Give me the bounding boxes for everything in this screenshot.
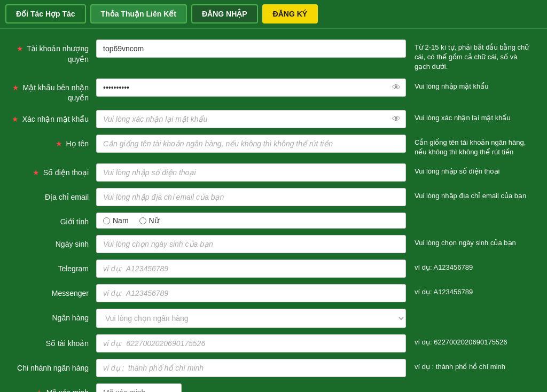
nav-agreement-button[interactable]: Thỏa Thuận Liên Kết	[90, 4, 187, 23]
phone-input-wrap	[96, 163, 406, 182]
confirm-password-hint: Vui lòng xác nhận lại mật khẩu	[406, 110, 534, 123]
password-eye-icon[interactable]: 👁	[392, 83, 401, 92]
bank-select-wrap: Vui lòng chọn ngân hàng Vietcombank Tech…	[96, 309, 406, 328]
required-star-captcha: ★	[36, 388, 43, 392]
email-label: Địa chỉ email	[11, 188, 96, 203]
telegram-input-wrap	[96, 260, 406, 278]
account-number-row: Số tài khoản ví dụ: 6227002020690175526	[11, 334, 536, 352]
password-hint: Vui lòng nhập mật khẩu	[406, 79, 534, 91]
fullname-hint: Cần giống tên tài khoản ngân hàng, nếu k…	[406, 135, 534, 157]
bank-row: Ngân hàng Vui lòng chọn ngân hàng Vietco…	[11, 309, 536, 328]
dob-input[interactable]	[96, 235, 406, 253]
password-row: ★ Mật khẩu bên nhận quyền 👁 Vui lòng nhậ…	[11, 79, 536, 104]
account-number-hint: ví dụ: 6227002020690175526	[406, 334, 534, 347]
telegram-label: Telegram	[11, 260, 96, 275]
messenger-input-wrap	[96, 284, 406, 302]
gender-options: Nam Nữ	[96, 213, 406, 229]
password-input-wrap: 👁	[96, 79, 406, 97]
gender-label: Giới tính	[11, 213, 96, 228]
messenger-input[interactable]	[96, 284, 406, 302]
dob-label: Ngày sinh	[11, 235, 96, 250]
bank-hint	[406, 309, 534, 312]
password-input[interactable]	[96, 79, 406, 97]
gender-male-radio[interactable]	[103, 217, 110, 224]
email-input[interactable]	[96, 188, 406, 206]
dob-hint: Vui lòng chọn ngày sinh của bạn	[406, 235, 534, 248]
email-hint: Vui lòng nhập địa chỉ email của bạn	[406, 188, 534, 201]
phone-input[interactable]	[96, 163, 406, 182]
confirm-password-label: ★ Xác nhận mật khẩu	[11, 110, 96, 125]
username-hint: Từ 2-15 kí tự, phải bắt đầu bằng chữ cái…	[406, 40, 534, 72]
telegram-input[interactable]	[96, 260, 406, 278]
account-number-input-wrap	[96, 334, 406, 352]
telegram-row: Telegram ví dụ: A123456789	[11, 260, 536, 278]
bank-branch-row: Chi nhánh ngân hàng ví dụ : thành phố hồ…	[11, 359, 536, 377]
password-label: ★ Mật khẩu bên nhận quyền	[11, 79, 96, 104]
fullname-label: ★ Họ tên	[11, 135, 96, 150]
bank-select[interactable]: Vui lòng chọn ngân hàng Vietcombank Tech…	[96, 309, 406, 328]
account-number-input[interactable]	[96, 334, 406, 352]
messenger-hint: ví dụ: A123456789	[406, 284, 534, 297]
fullname-row: ★ Họ tên Cần giống tên tài khoản ngân hà…	[11, 135, 536, 157]
telegram-hint: ví dụ: A123456789	[406, 260, 534, 272]
required-star-fullname: ★	[56, 139, 62, 148]
bank-branch-input-wrap	[96, 359, 406, 377]
phone-hint: Vui lòng nhập số điện thoại	[406, 163, 534, 176]
phone-label: ★ Số điện thoại	[11, 163, 96, 178]
username-row: ★ Tài khoản nhượng quyền Từ 2-15 kí tự, …	[11, 40, 536, 72]
registration-form: ★ Tài khoản nhượng quyền Từ 2-15 kí tự, …	[0, 29, 547, 392]
gender-input-wrap: Nam Nữ	[96, 213, 406, 229]
nav-login-button[interactable]: ĐĂNG NHẬP	[191, 4, 258, 23]
gender-row: Giới tính Nam Nữ	[11, 213, 536, 229]
required-star-confirm: ★	[12, 115, 19, 123]
confirm-password-eye-icon[interactable]: 👁	[392, 114, 401, 124]
required-star-phone: ★	[33, 168, 40, 177]
fullname-input[interactable]	[96, 135, 406, 153]
captcha-input-wrap	[96, 383, 406, 392]
captcha-input[interactable]	[96, 383, 182, 392]
nav-brand-button[interactable]: Đối Tác Hợp Tác	[5, 4, 86, 23]
bank-branch-input[interactable]	[96, 359, 406, 377]
nav-register-button[interactable]: ĐĂNG KÝ	[262, 4, 318, 23]
username-input[interactable]	[96, 40, 406, 58]
dob-input-wrap	[96, 235, 406, 253]
confirm-password-input-wrap: 👁	[96, 110, 406, 128]
captcha-hint	[406, 383, 534, 387]
required-star-username: ★	[17, 44, 24, 53]
captcha-label: ★ Mã xác minh	[11, 383, 96, 392]
username-label: ★ Tài khoản nhượng quyền	[11, 40, 96, 65]
top-navigation: Đối Tác Hợp Tác Thỏa Thuận Liên Kết ĐĂNG…	[0, 0, 547, 29]
gender-male-option[interactable]: Nam	[103, 216, 129, 225]
dob-row: Ngày sinh Vui lòng chọn ngày sinh của bạ…	[11, 235, 536, 253]
bank-branch-hint: ví dụ : thành phố hồ chí minh	[406, 359, 534, 372]
email-input-wrap	[96, 188, 406, 206]
fullname-input-wrap	[96, 135, 406, 153]
confirm-password-input[interactable]	[96, 110, 406, 128]
messenger-row: Messenger ví dụ: A123456789	[11, 284, 536, 302]
messenger-label: Messenger	[11, 284, 96, 299]
email-row: Địa chỉ email Vui lòng nhập địa chỉ emai…	[11, 188, 536, 206]
bank-branch-label: Chi nhánh ngân hàng	[11, 359, 96, 374]
username-input-wrap	[96, 40, 406, 58]
captcha-row: ★ Mã xác minh	[11, 383, 536, 392]
gender-female-radio[interactable]	[139, 217, 146, 224]
required-star-password: ★	[12, 83, 19, 92]
confirm-password-row: ★ Xác nhận mật khẩu 👁 Vui lòng xác nhận …	[11, 110, 536, 128]
gender-hint	[406, 213, 534, 216]
bank-label: Ngân hàng	[11, 309, 96, 324]
account-number-label: Số tài khoản	[11, 334, 96, 349]
gender-female-option[interactable]: Nữ	[139, 216, 159, 225]
phone-row: ★ Số điện thoại Vui lòng nhập số điện th…	[11, 163, 536, 182]
